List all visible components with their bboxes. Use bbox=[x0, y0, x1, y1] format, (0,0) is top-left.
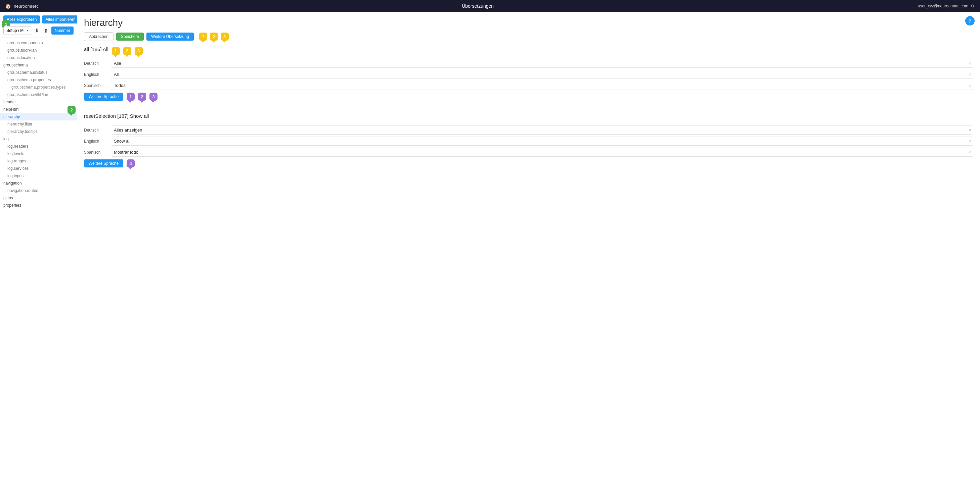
weitere-ubersetzung-button[interactable]: Weitere Übersetzung bbox=[146, 33, 194, 41]
translation-row: Englisch× bbox=[84, 136, 973, 146]
bubble-2-sidebar: 2 bbox=[67, 106, 76, 114]
clear-input-button[interactable]: × bbox=[969, 61, 971, 66]
module-select-wrap: Setup / Monitoring bbox=[3, 26, 31, 35]
sidebar-item[interactable]: hierarchy.filter bbox=[0, 120, 77, 128]
clear-input-button[interactable]: × bbox=[969, 83, 971, 88]
translation-input-wrap: × bbox=[111, 81, 973, 90]
sidebar-item[interactable]: hierarchy.tooltips bbox=[0, 128, 77, 135]
lang-label: Deutsch bbox=[84, 61, 107, 66]
main-content: ? hierarchy Abbrechen Speichern Weitere … bbox=[77, 12, 980, 501]
help-button[interactable]: ? bbox=[965, 16, 975, 25]
translation-input-spanisch[interactable] bbox=[111, 147, 973, 157]
bubble-1-actionbar: 1 bbox=[199, 33, 207, 41]
action-bar: Abbrechen Speichern Weitere Übersetzung … bbox=[84, 32, 973, 41]
bubble-section-2-sec0: 2 bbox=[138, 93, 146, 101]
sidebar-item[interactable]: groupschema.properties.types bbox=[0, 84, 77, 91]
translation-section: all [186] All123Deutsch×Englisch×Spanisc… bbox=[84, 46, 973, 106]
translation-input-wrap: × bbox=[111, 59, 973, 68]
lang-label: Englisch bbox=[84, 72, 107, 77]
sidebar-item[interactable]: groupschema.withPlan bbox=[0, 91, 77, 98]
sidebar-item[interactable]: log.services bbox=[0, 165, 77, 172]
translation-row: Deutsch× bbox=[84, 125, 973, 135]
top-nav: 🏠 neuroomNet Übersetzungen user_xyz@neur… bbox=[0, 0, 980, 12]
translation-input-deutsch[interactable] bbox=[111, 59, 973, 68]
page-title: hierarchy bbox=[84, 17, 973, 28]
translation-row: Spanisch× bbox=[84, 81, 973, 90]
toolbar-row-2: 1 Setup / Monitoring ⬇ ⬆ Nummer bbox=[3, 26, 73, 35]
user-email: user_xyz@neuroomnet.com bbox=[918, 4, 968, 8]
sidebar-item[interactable]: header bbox=[0, 98, 77, 106]
sidebar-list: groups.componentsgroups.floorPlangroups.… bbox=[0, 38, 77, 501]
sidebar-item[interactable]: log.ranges bbox=[0, 157, 77, 165]
sidebar-toolbar: Alles exportieren Alles importieren (mer… bbox=[0, 12, 77, 38]
settings-icon: ⚙ bbox=[971, 4, 975, 8]
clear-input-button[interactable]: × bbox=[969, 127, 971, 133]
sidebar-item[interactable]: groupschema bbox=[0, 62, 77, 69]
lang-label: Spanisch bbox=[84, 83, 107, 88]
translation-input-wrap: × bbox=[111, 136, 973, 146]
translation-input-wrap: × bbox=[111, 70, 973, 79]
upload-icon-button[interactable]: ⬆ bbox=[42, 27, 49, 35]
translation-key: all [186] All bbox=[84, 46, 108, 52]
bubble-key-1-section-0: 1 bbox=[112, 47, 120, 55]
weitere-sprache-button[interactable]: Weitere Sprache bbox=[84, 159, 123, 168]
sidebar-item[interactable]: plans bbox=[0, 194, 77, 202]
module-select[interactable]: Setup / Monitoring bbox=[3, 26, 31, 35]
lang-label: Spanisch bbox=[84, 150, 107, 155]
sidebar-item[interactable]: groupschema.properties bbox=[0, 76, 77, 84]
abbrechen-button[interactable]: Abbrechen bbox=[84, 32, 113, 41]
nummer-button[interactable]: Nummer bbox=[51, 27, 73, 35]
sidebar: Alles exportieren Alles importieren (mer… bbox=[0, 12, 77, 501]
translation-input-wrap: × bbox=[111, 125, 973, 135]
home-icon: 🏠 bbox=[5, 3, 11, 9]
bubble-2-actionbar: 2 bbox=[210, 33, 218, 41]
sidebar-item[interactable]: properties bbox=[0, 202, 77, 209]
top-nav-left: 🏠 neuroomNet bbox=[5, 3, 38, 9]
app-container: Alles exportieren Alles importieren (mer… bbox=[0, 12, 980, 501]
sidebar-item[interactable]: log.levels bbox=[0, 150, 77, 157]
lang-label: Englisch bbox=[84, 139, 107, 144]
sidebar-item[interactable]: helpHtml bbox=[0, 106, 22, 113]
translation-row: Spanisch× bbox=[84, 147, 973, 157]
bubble-section-3-sec0: 3 bbox=[150, 93, 158, 101]
translation-input-deutsch[interactable] bbox=[111, 125, 973, 135]
weitere-sprache-button[interactable]: Weitere Sprache bbox=[84, 93, 123, 101]
clear-input-button[interactable]: × bbox=[969, 150, 971, 155]
sidebar-item[interactable]: log.headers bbox=[0, 143, 77, 150]
bubble-key-2-section-0: 2 bbox=[123, 47, 131, 55]
app-name: neuroomNet bbox=[14, 4, 38, 9]
toolbar-row-1: Alles exportieren Alles importieren (mer… bbox=[3, 16, 73, 24]
sidebar-item[interactable]: log bbox=[0, 135, 77, 143]
sidebar-item[interactable]: navigation bbox=[0, 179, 77, 187]
bubble-4-section: 4 bbox=[127, 159, 135, 168]
import-button[interactable]: Alles importieren (merge) bbox=[42, 16, 77, 24]
sidebar-item[interactable]: groups.components bbox=[0, 39, 77, 47]
sidebar-item[interactable]: groups.location bbox=[0, 54, 77, 62]
clear-input-button[interactable]: × bbox=[969, 72, 971, 77]
bubble-key-3-section-0: 3 bbox=[135, 47, 143, 55]
translation-section: resetSelection [187] Show allDeutsch×Eng… bbox=[84, 113, 973, 173]
sidebar-item[interactable]: hierarchy bbox=[0, 113, 77, 120]
lang-label: Deutsch bbox=[84, 128, 107, 133]
sidebar-item[interactable]: groupschema.inStatus bbox=[0, 69, 77, 76]
clear-input-button[interactable]: × bbox=[969, 139, 971, 144]
sidebar-item[interactable]: navigation.routes bbox=[0, 187, 77, 194]
speichern-button[interactable]: Speichern bbox=[116, 33, 144, 41]
bubble-3-actionbar: 3 bbox=[221, 33, 229, 41]
translation-row: Deutsch× bbox=[84, 59, 973, 68]
translation-key: resetSelection [187] Show all bbox=[84, 113, 149, 119]
top-nav-right: user_xyz@neuroomnet.com ⚙ bbox=[918, 4, 975, 8]
bubble-section-1-sec0: 1 bbox=[127, 93, 135, 101]
translation-input-englisch[interactable] bbox=[111, 136, 973, 146]
download-icon-button[interactable]: ⬇ bbox=[33, 27, 40, 35]
translation-input-englisch[interactable] bbox=[111, 70, 973, 79]
translation-input-spanisch[interactable] bbox=[111, 81, 973, 90]
sidebar-item[interactable]: groups.floorPlan bbox=[0, 47, 77, 54]
sidebar-item[interactable]: log.types bbox=[0, 172, 77, 179]
translation-input-wrap: × bbox=[111, 147, 973, 157]
page-title-nav: Übersetzungen bbox=[462, 3, 494, 9]
translation-row: Englisch× bbox=[84, 70, 973, 79]
sections-container: all [186] All123Deutsch×Englisch×Spanisc… bbox=[84, 46, 973, 180]
